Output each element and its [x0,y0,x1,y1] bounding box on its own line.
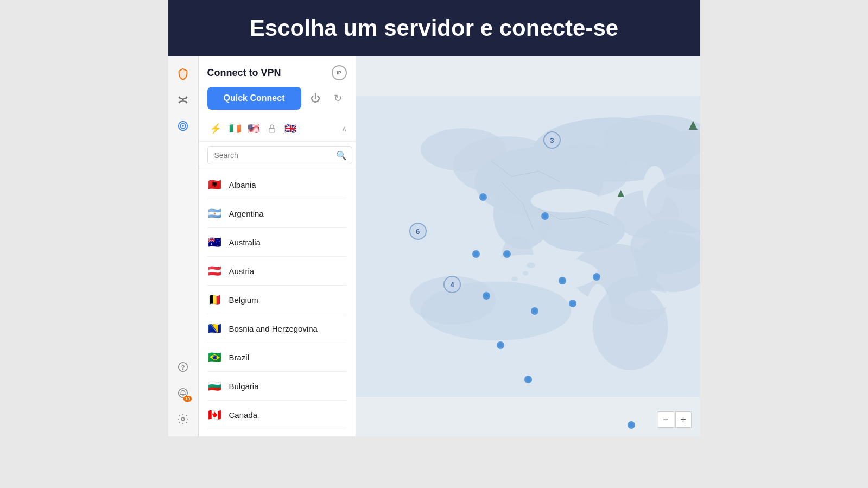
sidebar-notifications-icon[interactable]: 10 [172,382,194,404]
map-dot-2[interactable] [541,212,549,220]
list-divider [207,314,347,314]
power-button[interactable]: ⏻ [307,90,324,107]
cluster-4[interactable]: 4 [443,276,461,293]
ip-badge[interactable]: IP [332,65,347,80]
svg-line-8 [183,101,186,102]
sidebar-shield-icon[interactable] [172,63,194,85]
quick-connect-area: Quick Connect ⏻ ↻ [199,87,356,116]
country-name-6: Brazil [229,353,250,362]
country-name-0: Albania [229,180,256,189]
list-divider [207,256,347,257]
list-divider [207,343,347,343]
map-dot-9[interactable] [593,273,600,281]
country-flag-9: 🇨🇱 [207,436,223,436]
list-divider [207,400,347,401]
country-item-chile[interactable]: 🇨🇱Chile [199,430,356,436]
top-banner: Escolha um servidor e conecte-se [168,0,700,56]
map-dot-3[interactable] [472,250,480,258]
list-divider [207,429,347,429]
usa-flag-fav[interactable]: 🇺🇸 [246,122,261,136]
svg-point-33 [530,189,600,213]
server-panel: Connect to VPN IP Quick Connect ⏻ ↻ ⚡ 🇮🇪… [199,56,356,436]
svg-point-11 [182,125,184,127]
lightning-fav-icon[interactable]: ⚡ [207,121,224,137]
sidebar-settings-icon[interactable] [172,408,194,430]
map-area: ▲ ▲ 3 6 4 − + [356,56,700,436]
country-item-austria[interactable]: 🇦🇹Austria [199,258,356,284]
panel-header: Connect to VPN IP [199,56,356,87]
sidebar-network-icon[interactable] [172,89,194,111]
svg-point-42 [527,263,535,268]
svg-text:?: ? [181,364,185,371]
list-divider [207,199,347,199]
map-dot-6[interactable] [531,307,538,315]
svg-point-40 [592,284,668,370]
svg-point-1 [179,97,181,99]
expand-fav-icon[interactable]: ∧ [341,124,347,133]
lock-fav-icon[interactable] [265,122,279,136]
country-flag-4: 🇧🇪 [207,292,223,307]
svg-point-0 [182,99,184,101]
search-bar: 🔍 [199,142,356,169]
country-name-8: Canada [229,410,258,420]
country-item-bulgaria[interactable]: 🇧🇬Bulgaria [199,373,356,399]
country-name-1: Argentina [229,209,264,218]
zoom-out-button[interactable]: − [658,411,674,428]
svg-rect-16 [269,128,275,132]
country-list: 🇦🇱Albania🇦🇷Argentina🇦🇺Australia🇦🇹Austria… [199,169,356,436]
country-name-5: Bosnia and Herzegovina [229,324,318,333]
sidebar-bottom: ? 10 [172,356,194,436]
map-dot-11[interactable] [497,341,504,349]
list-divider [207,285,347,286]
map-controls: − + [658,411,692,428]
country-name-3: Austria [229,267,255,276]
country-flag-5: 🇧🇦 [207,321,223,336]
uk-flag-fav[interactable]: 🇬🇧 [283,122,297,136]
tree-icon-2: ▲ [615,186,627,200]
svg-line-7 [180,101,183,102]
country-flag-8: 🇨🇦 [207,407,223,422]
map-dot-7[interactable] [569,300,576,307]
search-button[interactable]: 🔍 [336,150,347,161]
country-item-canada[interactable]: 🇨🇦Canada [199,402,356,428]
ireland-flag-fav[interactable]: 🇮🇪 [228,122,242,136]
country-flag-1: 🇦🇷 [207,206,223,221]
cluster-6[interactable]: 6 [409,223,427,240]
map-dot-5[interactable] [483,292,490,300]
country-name-2: Australia [229,238,261,247]
svg-line-5 [180,98,183,99]
zoom-in-button[interactable]: + [675,411,692,428]
map-dot-1[interactable] [479,193,487,201]
sidebar-target-icon[interactable] [172,115,194,137]
tree-icon-1: ▲ [686,116,700,134]
favorites-bar: ⚡ 🇮🇪 🇺🇸 🇬🇧 ∧ [199,116,356,142]
svg-point-2 [186,97,188,99]
quick-connect-button[interactable]: Quick Connect [207,87,301,110]
icon-sidebar: ? 10 [168,56,199,436]
country-item-brazil[interactable]: 🇧🇷Brazil [199,344,356,370]
map-dot-10[interactable] [524,376,532,383]
map-dot-8[interactable] [559,277,566,284]
svg-point-44 [511,276,518,281]
list-divider [207,371,347,372]
country-item-belgium[interactable]: 🇧🇪Belgium [199,287,356,313]
country-name-4: Belgium [229,295,258,305]
country-item-argentina[interactable]: 🇦🇷Argentina [199,200,356,226]
svg-point-15 [181,417,185,421]
country-flag-3: 🇦🇹 [207,263,223,278]
sidebar-help-icon[interactable]: ? [172,356,194,378]
country-item-albania[interactable]: 🇦🇱Albania [199,172,356,198]
country-item-australia[interactable]: 🇦🇺Australia [199,229,356,255]
panel-title: Connect to VPN [207,67,281,79]
refresh-button[interactable]: ↻ [330,90,347,107]
svg-point-3 [179,102,181,104]
notifications-badge: 10 [183,396,192,402]
cluster-3[interactable]: 3 [543,131,561,149]
country-flag-2: 🇦🇺 [207,235,223,250]
map-dot-12[interactable] [628,421,635,429]
search-input[interactable] [207,146,352,164]
country-item-bosnia-and-herzegovina[interactable]: 🇧🇦Bosnia and Herzegovina [199,315,356,341]
map-dot-4[interactable] [503,250,511,258]
svg-line-6 [183,98,186,99]
app-window: ? 10 Connect to VPN [168,56,700,436]
